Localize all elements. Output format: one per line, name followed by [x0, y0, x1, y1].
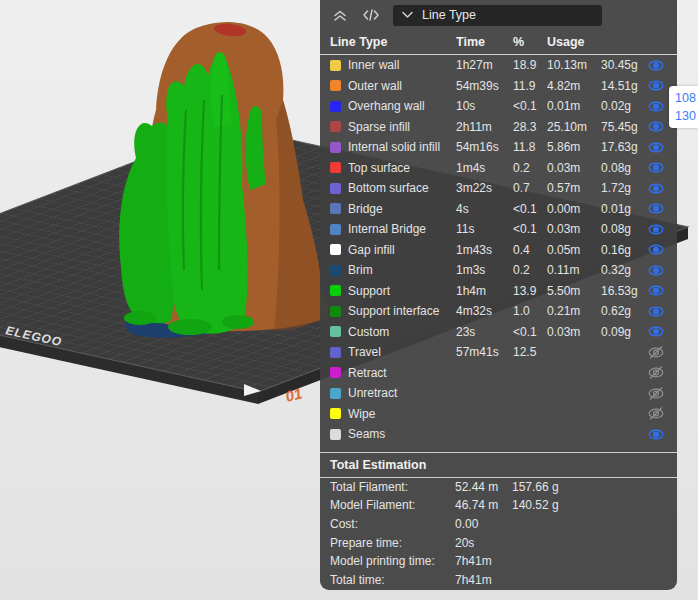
usage-length-value: 10.13m: [547, 58, 601, 72]
total-label: Total Filament:: [330, 480, 455, 494]
chevron-down-icon: [402, 11, 413, 19]
visibility-toggle[interactable]: [648, 99, 664, 114]
table-row: Inner wall 1h27m 18.9 10.13m 30.45g: [320, 55, 677, 76]
total-label: Cost:: [330, 517, 455, 531]
line-type-color-swatch: [330, 162, 341, 173]
line-type-color-swatch: [330, 285, 341, 296]
eye-visible-icon: [648, 304, 664, 319]
usage-weight-value: 0.16g: [601, 243, 648, 257]
usage-weight-value: 0.62g: [601, 304, 648, 318]
line-type-color-swatch: [330, 408, 341, 419]
percent-value: <0.1: [513, 99, 547, 113]
time-value: 23s: [456, 325, 513, 339]
usage-length-value: 0.21m: [547, 304, 601, 318]
time-value: 54m16s: [456, 140, 513, 154]
eye-visible-icon: [648, 119, 664, 134]
header-time: Time: [456, 35, 513, 49]
visibility-toggle[interactable]: [648, 427, 664, 442]
line-type-label: Outer wall: [348, 79, 456, 93]
line-type-label: Support interface: [348, 304, 456, 318]
visibility-toggle[interactable]: [648, 242, 664, 257]
total-value-2: 157.66 g: [512, 480, 667, 494]
visibility-toggle[interactable]: [648, 222, 664, 237]
table-row: Retract: [320, 363, 677, 384]
visibility-toggle[interactable]: [648, 406, 664, 421]
usage-weight-value: 0.01g: [601, 202, 648, 216]
usage-length-value: 25.10m: [547, 120, 601, 134]
line-type-label: Brim: [348, 263, 456, 277]
visibility-toggle[interactable]: [648, 140, 664, 155]
total-row: Model printing time: 7h41m: [320, 552, 677, 571]
eye-visible-icon: [648, 242, 664, 257]
collapse-panel-button[interactable]: [331, 6, 349, 24]
line-type-label: Gap infill: [348, 243, 456, 257]
time-value: 3m22s: [456, 181, 513, 195]
line-type-color-swatch: [330, 244, 341, 255]
total-value-1: 52.44 m: [455, 480, 512, 494]
line-type-color-swatch: [330, 121, 341, 132]
table-row: Support interface 4m32s 1.0 0.21m 0.62g: [320, 301, 677, 322]
visibility-toggle[interactable]: [648, 345, 664, 360]
eye-visible-icon: [648, 427, 664, 442]
time-value: 4m32s: [456, 304, 513, 318]
eye-hidden-icon: [648, 345, 664, 360]
time-value: 1m3s: [456, 263, 513, 277]
gcode-view-button[interactable]: [362, 6, 380, 24]
eye-visible-icon: [648, 324, 664, 339]
time-value: 1h27m: [456, 58, 513, 72]
time-value: 4s: [456, 202, 513, 216]
usage-weight-value: 14.51g: [601, 79, 648, 93]
table-row: Sparse infill 2h11m 28.3 25.10m 75.45g: [320, 117, 677, 138]
visibility-toggle[interactable]: [648, 160, 664, 175]
line-type-label: Internal solid infill: [348, 140, 456, 154]
time-value: 2h11m: [456, 120, 513, 134]
total-value-2: 140.52 g: [512, 498, 667, 512]
visibility-toggle[interactable]: [648, 365, 664, 380]
line-type-stats-panel: Line Type Line Type Time % Usage Inner w…: [320, 0, 677, 590]
visibility-toggle[interactable]: [648, 386, 664, 401]
eye-hidden-icon: [648, 386, 664, 401]
percent-value: <0.1: [513, 202, 547, 216]
line-type-color-swatch: [330, 367, 341, 378]
visibility-toggle[interactable]: [648, 263, 664, 278]
double-chevron-up-icon: [332, 7, 348, 23]
usage-length-value: 5.86m: [547, 140, 601, 154]
time-value: 57m41s: [456, 345, 513, 359]
line-type-label: Bridge: [348, 202, 456, 216]
line-type-color-swatch: [330, 388, 341, 399]
percent-value: 0.7: [513, 181, 547, 195]
visibility-toggle[interactable]: [648, 201, 664, 216]
percent-value: 13.9: [513, 284, 547, 298]
visibility-toggle[interactable]: [648, 304, 664, 319]
line-type-label: Travel: [348, 345, 456, 359]
visibility-toggle[interactable]: [648, 324, 664, 339]
table-row: Travel 57m41s 12.5: [320, 342, 677, 363]
usage-length-value: 0.57m: [547, 181, 601, 195]
table-row: Bottom surface 3m22s 0.7 0.57m 1.72g: [320, 178, 677, 199]
usage-weight-value: 0.09g: [601, 325, 648, 339]
total-value-1: 20s: [455, 536, 512, 550]
total-row: Total time: 7h41m: [320, 570, 677, 589]
layer-range-bottom: 130: [675, 107, 698, 125]
visibility-toggle[interactable]: [648, 78, 664, 93]
usage-length-value: 0.01m: [547, 99, 601, 113]
usage-length-value: 5.50m: [547, 284, 601, 298]
visibility-toggle[interactable]: [648, 283, 664, 298]
eye-hidden-icon: [648, 365, 664, 380]
view-type-dropdown[interactable]: Line Type: [393, 5, 602, 26]
visibility-toggle[interactable]: [648, 58, 664, 73]
line-type-label: Custom: [348, 325, 456, 339]
visibility-toggle[interactable]: [648, 119, 664, 134]
percent-value: 12.5: [513, 345, 547, 359]
usage-weight-value: 75.45g: [601, 120, 648, 134]
eye-visible-icon: [648, 201, 664, 216]
total-row: Cost: 0.00: [320, 515, 677, 534]
total-label: Prepare time:: [330, 536, 455, 550]
eye-visible-icon: [648, 283, 664, 298]
layer-range-badge: 108 130: [669, 86, 698, 128]
table-row: Unretract: [320, 383, 677, 404]
visibility-toggle[interactable]: [648, 181, 664, 196]
line-type-color-swatch: [330, 306, 341, 317]
code-icon: [362, 7, 380, 23]
usage-length-value: 0.11m: [547, 263, 601, 277]
